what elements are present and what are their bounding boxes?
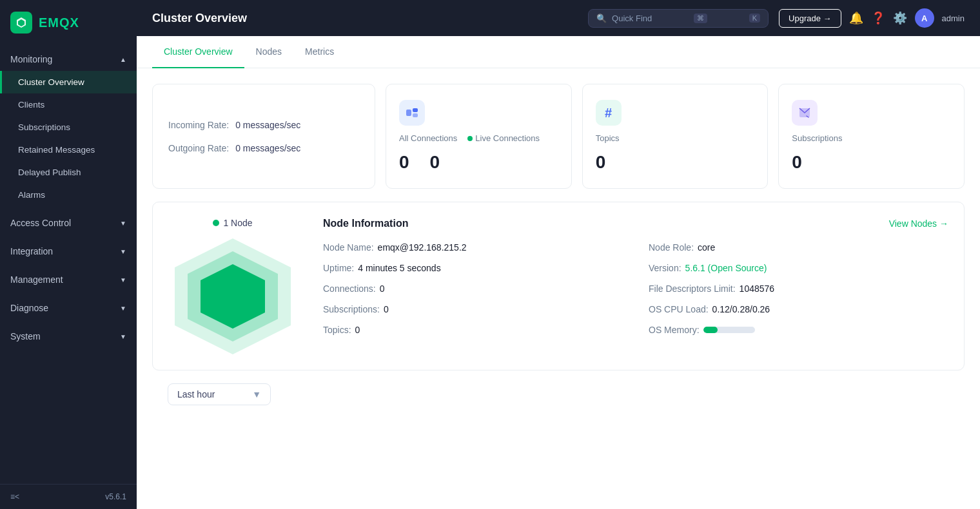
outgoing-rate-value: 0 messages/sec <box>235 143 300 153</box>
subscriptions-card: Subscriptions 0 <box>778 84 965 189</box>
all-connections-value: 0 <box>399 152 409 173</box>
node-name-key: Node Name: <box>323 242 374 253</box>
sidebar: EMQX Monitoring ▲ Cluster Overview Clien… <box>0 0 137 509</box>
sidebar-item-delayed-publish[interactable]: Delayed Publish <box>0 161 137 184</box>
access-control-label: Access Control <box>10 218 71 228</box>
outgoing-rate-item: Outgoing Rate: 0 messages/sec <box>168 143 359 153</box>
system-chevron: ▼ <box>120 333 126 340</box>
node-role-val: core <box>698 242 715 253</box>
version-key: Version: <box>649 263 681 273</box>
topics-icon: # <box>596 100 622 126</box>
time-select-label: Last hour <box>177 389 215 399</box>
upgrade-button[interactable]: Upgrade → <box>779 9 841 28</box>
subscriptions-key: Subscriptions: <box>323 304 380 314</box>
content-inner: Cluster Overview Nodes Metrics Incoming … <box>137 36 980 509</box>
file-desc-val: 1048576 <box>740 283 775 294</box>
subscriptions-icon <box>792 100 818 126</box>
sidebar-item-label: Delayed Publish <box>18 168 81 177</box>
bell-icon[interactable]: 🔔 <box>849 11 863 25</box>
svg-rect-1 <box>413 108 418 112</box>
logo-text: EMQX <box>39 15 79 30</box>
file-desc-key: File Descriptors Limit: <box>649 283 736 294</box>
rate-card: Incoming Rate: 0 messages/sec Outgoing R… <box>152 84 375 189</box>
incoming-rate-item: Incoming Rate: 0 messages/sec <box>168 120 359 130</box>
sidebar-item-label: Clients <box>18 100 44 110</box>
management-chevron: ▼ <box>120 276 126 283</box>
cpu-load-val: 0.12/0.28/0.26 <box>712 304 770 314</box>
main-area: Cluster Overview 🔍 Quick Find ⌘ K Upgrad… <box>137 0 980 509</box>
topics-card: # Topics 0 <box>582 84 769 189</box>
page-title: Cluster Overview <box>152 12 578 25</box>
memory-row: OS Memory: <box>649 325 948 335</box>
node-count-label: 1 Node <box>223 218 252 228</box>
sidebar-item-alarms[interactable]: Alarms <box>0 184 137 206</box>
admin-label: admin <box>942 14 965 23</box>
version-val: 5.6.1 (Open Source) <box>685 263 767 273</box>
topics-label: Topics <box>596 133 620 143</box>
uptime-key: Uptime: <box>323 263 354 273</box>
bottom-bar: Last hour ▼ <box>152 383 965 418</box>
tab-nodes[interactable]: Nodes <box>244 36 293 68</box>
sidebar-item-clients[interactable]: Clients <box>0 93 137 116</box>
all-connections-label: All Connections <box>399 133 457 143</box>
node-name-val: emqx@192.168.215.2 <box>378 242 467 253</box>
tab-metrics[interactable]: Metrics <box>293 36 346 68</box>
integration-chevron: ▼ <box>120 248 126 255</box>
collapse-icon[interactable]: ≡< <box>10 492 19 501</box>
svg-rect-2 <box>413 113 418 117</box>
node-status-dot <box>213 220 219 226</box>
view-nodes-link[interactable]: View Nodes → <box>889 218 948 229</box>
node-info-panel: Node Information View Nodes → Node Name:… <box>323 218 948 354</box>
sidebar-item-label: Retained Messages <box>18 145 95 155</box>
incoming-rate-value: 0 messages/sec <box>235 120 300 130</box>
file-desc-row: File Descriptors Limit: 1048576 <box>649 283 948 294</box>
emqx-logo-icon <box>10 12 32 34</box>
system-label: System <box>10 331 41 341</box>
tab-cluster-overview[interactable]: Cluster Overview <box>152 36 244 68</box>
connections-row: Connections: 0 <box>323 283 623 294</box>
hex-diagram <box>175 238 291 354</box>
monitoring-label: Monitoring <box>10 54 52 64</box>
management-label: Management <box>10 274 63 285</box>
management-group: Management ▼ <box>0 265 137 294</box>
connections-key: Connections: <box>323 283 376 294</box>
connections-val: 0 <box>380 283 385 294</box>
cpu-load-key: OS CPU Load: <box>649 304 709 314</box>
connections-values-row: 0 0 <box>399 151 440 173</box>
sidebar-item-retained-messages[interactable]: Retained Messages <box>0 139 137 161</box>
sidebar-item-cluster-overview[interactable]: Cluster Overview <box>0 71 137 93</box>
tabs-bar: Cluster Overview Nodes Metrics <box>137 36 980 68</box>
search-placeholder: Quick Find <box>612 14 652 23</box>
search-kbd-mod: ⌘ <box>694 14 707 23</box>
diagnose-label: Diagnose <box>10 303 48 313</box>
access-control-header[interactable]: Access Control ▼ <box>0 211 137 235</box>
help-icon[interactable]: ❓ <box>871 11 885 25</box>
node-role-key: Node Role: <box>649 242 694 253</box>
topbar-actions: Upgrade → 🔔 ❓ ⚙️ A admin <box>779 8 965 28</box>
time-select[interactable]: Last hour ▼ <box>168 383 271 405</box>
monitoring-header[interactable]: Monitoring ▲ <box>0 48 137 71</box>
memory-key: OS Memory: <box>649 325 700 335</box>
settings-icon[interactable]: ⚙️ <box>893 11 907 25</box>
stats-cards-row: Incoming Rate: 0 messages/sec Outgoing R… <box>152 84 965 189</box>
access-control-group: Access Control ▼ <box>0 209 137 237</box>
avatar[interactable]: A <box>915 8 934 28</box>
chevron-down-icon: ▼ <box>252 389 261 399</box>
topics-value: 0 <box>596 152 606 173</box>
dashboard: Incoming Rate: 0 messages/sec Outgoing R… <box>137 68 980 434</box>
sidebar-item-subscriptions[interactable]: Subscriptions <box>0 116 137 139</box>
topbar: Cluster Overview 🔍 Quick Find ⌘ K Upgrad… <box>137 0 980 36</box>
cpu-load-row: OS CPU Load: 0.12/0.28/0.26 <box>649 304 948 314</box>
node-info-header: Node Information View Nodes → <box>323 218 948 229</box>
connections-card: All Connections Live Connections 0 0 <box>386 84 572 189</box>
diagnose-header[interactable]: Diagnose ▼ <box>0 296 137 320</box>
uptime-row: Uptime: 4 minutes 5 seconds <box>323 263 623 273</box>
integration-header[interactable]: Integration ▼ <box>0 240 137 263</box>
diagnose-group: Diagnose ▼ <box>0 294 137 322</box>
sidebar-item-label: Subscriptions <box>18 122 70 132</box>
management-header[interactable]: Management ▼ <box>0 268 137 291</box>
sidebar-logo: EMQX <box>0 0 137 45</box>
node-info-title: Node Information <box>323 218 408 229</box>
search-bar[interactable]: 🔍 Quick Find ⌘ K <box>588 9 769 28</box>
system-header[interactable]: System ▼ <box>0 325 137 348</box>
